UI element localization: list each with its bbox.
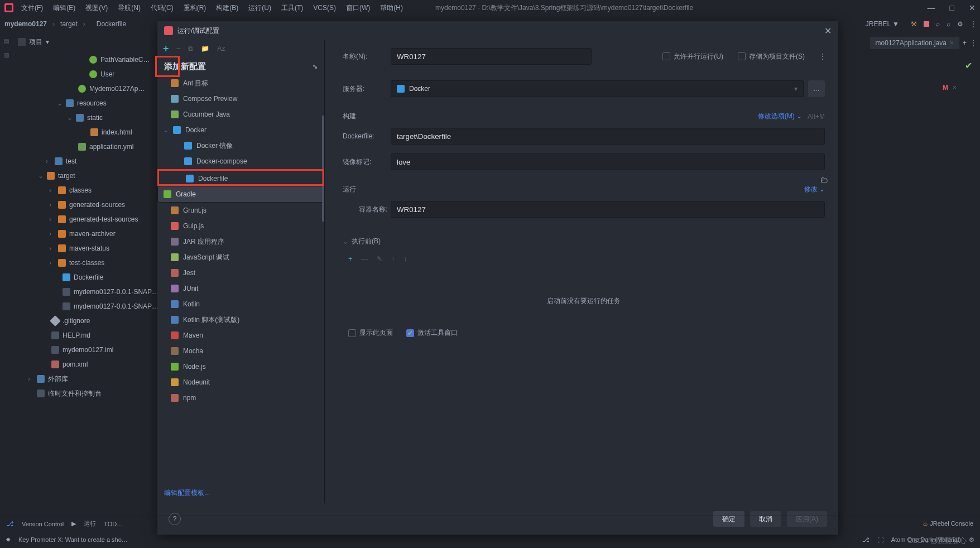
window-maximize-icon[interactable]: □	[950, 3, 954, 12]
tree-node[interactable]: › generated-sources	[13, 198, 161, 212]
modify-options-link[interactable]: 修改选项(M) ⌄	[758, 112, 802, 121]
settings-icon[interactable]: ⚙	[969, 536, 974, 544]
tree-node[interactable]: › generated-test-sources	[13, 212, 161, 227]
config-type-node-js[interactable]: Node.js	[157, 359, 324, 374]
container-name-input[interactable]	[391, 201, 825, 218]
config-type-maven[interactable]: Maven	[157, 328, 324, 343]
scrollbar-thumb[interactable]	[322, 116, 324, 222]
server-settings-button[interactable]: …	[808, 80, 825, 97]
settings-icon[interactable]: ⚙	[957, 20, 963, 28]
config-type-docker[interactable]: ⌄ Docker	[157, 122, 324, 138]
config-type-npm[interactable]: npm	[157, 390, 324, 406]
menu-refactor[interactable]: 重构(R)	[184, 3, 206, 13]
config-type-nodeunit[interactable]: Nodeunit	[157, 374, 324, 390]
config-type-dockerfile[interactable]: Dockerfile	[159, 171, 323, 186]
config-type-kotlin-[interactable]: Kotlin 脚本(测试版)	[157, 312, 324, 328]
breadcrumb-target[interactable]: target	[60, 20, 78, 28]
branch-icon[interactable]: ⎇	[862, 536, 869, 544]
run-icon[interactable]: ▶	[71, 520, 76, 527]
tree-node[interactable]: › maven-status	[13, 241, 161, 256]
run-modify-link[interactable]: 修改 ⌄	[804, 185, 825, 194]
tree-node[interactable]: ⌄ resources	[13, 96, 161, 110]
remove-config-icon[interactable]: –	[177, 45, 181, 52]
tree-node[interactable]: application.yml	[13, 140, 161, 154]
config-type-cucumber-java[interactable]: Cucumber Java	[157, 107, 324, 122]
config-type-mocha[interactable]: Mocha	[157, 343, 324, 359]
run-close-icon[interactable]: ×	[953, 84, 957, 92]
window-minimize-icon[interactable]: —	[928, 3, 935, 12]
more-vert-icon[interactable]: ⋮	[970, 20, 976, 28]
config-type-javascript-[interactable]: JavaScript 调试	[157, 249, 324, 265]
dialog-close-icon[interactable]: ✕	[824, 26, 832, 36]
tree-node[interactable]: User	[13, 67, 161, 81]
config-type-compose-preview[interactable]: Compose Preview	[157, 91, 324, 107]
tree-node[interactable]: Mydemo0127Ap…	[13, 81, 161, 96]
tree-node[interactable]: index.html	[13, 125, 161, 140]
window-close-icon[interactable]: ✕	[969, 3, 976, 12]
breadcrumb-root[interactable]: mydemo0127	[4, 20, 47, 28]
tree-node[interactable]: mydemo0127-0.0.1-SNAP…	[13, 285, 161, 299]
menu-edit[interactable]: 编辑(E)	[53, 3, 75, 13]
browse-file-icon[interactable]: 🗁	[820, 175, 828, 184]
store-project-checkbox[interactable]: 存储为项目文件(S)	[738, 52, 805, 61]
tree-node[interactable]: .gitignore	[13, 314, 161, 328]
add-config-icon[interactable]: +	[163, 43, 169, 55]
menu-vcs[interactable]: VCS(S)	[313, 4, 336, 12]
config-type-kotlin[interactable]: Kotlin	[157, 296, 324, 312]
menu-view[interactable]: 视图(V)	[85, 3, 108, 13]
menu-build[interactable]: 构建(B)	[216, 3, 238, 13]
search-icon[interactable]: ⌕	[947, 20, 950, 28]
server-select[interactable]: Docker ▾	[391, 80, 804, 97]
tree-node[interactable]: HELP.md	[13, 328, 161, 343]
show-this-page-checkbox[interactable]: 显示此页面	[348, 328, 393, 338]
tree-node[interactable]: › test	[13, 154, 161, 169]
breadcrumb[interactable]: mydemo0127 › target › Dockerfile	[4, 20, 126, 28]
jrebel-dropdown[interactable]: JREBEL ▼	[861, 18, 904, 30]
allow-parallel-checkbox[interactable]: 允许并行运行(U)	[662, 52, 723, 61]
name-input[interactable]	[391, 48, 592, 65]
before-chevron-icon[interactable]: ⌄	[343, 238, 348, 246]
before-add-icon[interactable]: +	[348, 255, 352, 263]
config-type-ant-[interactable]: Ant 目标	[157, 75, 324, 91]
tree-node[interactable]: › 外部库	[13, 372, 161, 386]
project-dropdown-icon[interactable]: ▾	[46, 38, 49, 46]
run-tab[interactable]: 运行	[84, 520, 96, 528]
dockerfile-input[interactable]	[391, 128, 825, 145]
tabs-more-icon[interactable]: ⋮	[970, 39, 976, 47]
config-type-junit[interactable]: JUnit	[157, 281, 324, 296]
menu-file[interactable]: 文件(F)	[21, 3, 43, 13]
add-tab-icon[interactable]: +	[963, 39, 967, 47]
jrebel-console-tab[interactable]: ♨ JRebel Console	[923, 520, 973, 527]
tree-node[interactable]: PathVariableC…	[13, 52, 161, 67]
tree-node[interactable]: › test-classes	[13, 256, 161, 270]
breadcrumb-file[interactable]: Dockerfile	[97, 20, 126, 28]
notification-icon[interactable]: ✸	[6, 536, 11, 544]
before-up-icon[interactable]: ↑	[391, 255, 395, 263]
menu-run[interactable]: 运行(U)	[248, 3, 271, 13]
hammer-build-icon[interactable]: ⚒	[911, 20, 917, 28]
tree-node[interactable]: mydemo0127-0.0.1-SNAP…	[13, 299, 161, 314]
editor-tab[interactable]: mo0127Application.java ×	[870, 37, 959, 49]
image-tag-input[interactable]	[391, 153, 825, 170]
project-tool-button[interactable]: ▤	[4, 38, 10, 44]
tree-node[interactable]: 临时文件和控制台	[13, 386, 161, 401]
before-down-icon[interactable]: ↓	[403, 255, 407, 263]
tree-node[interactable]: › maven-archiver	[13, 227, 161, 241]
stop-icon[interactable]	[924, 21, 929, 27]
tree-node[interactable]: › classes	[13, 183, 161, 198]
tree-node[interactable]: mydemo0127.iml	[13, 343, 161, 357]
structure-tool-button[interactable]: ▥	[4, 52, 10, 58]
activate-tool-window-checkbox[interactable]: ✔激活工具窗口	[406, 328, 458, 338]
edit-templates-link[interactable]: 编辑配置模板...	[157, 483, 324, 503]
tree-node[interactable]: ⌄ target	[13, 169, 161, 183]
tree-node[interactable]: ⌄ static	[13, 110, 161, 125]
copy-config-icon[interactable]: ⧉	[188, 45, 193, 52]
config-type-grunt-js[interactable]: Grunt.js	[157, 203, 324, 218]
run-marker-icon[interactable]: M	[943, 84, 948, 92]
more-options-icon[interactable]: ⋮	[819, 52, 825, 60]
project-label[interactable]: 项目	[29, 37, 42, 47]
collapse-icon[interactable]: ⤡	[313, 63, 318, 70]
config-type-docker-compose[interactable]: Docker-compose	[157, 153, 324, 169]
vcs-icon[interactable]: ⎇	[7, 520, 14, 527]
version-control-tab[interactable]: Version Control	[22, 521, 64, 527]
